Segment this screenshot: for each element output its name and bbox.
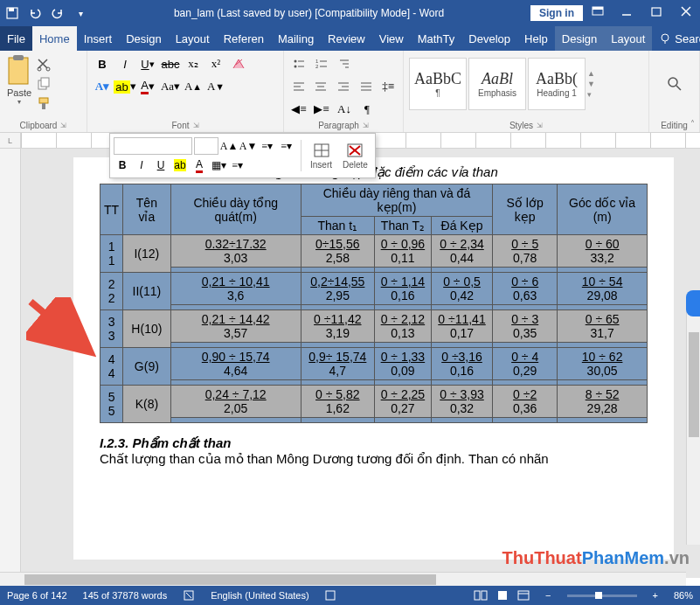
tab-view[interactable]: View <box>372 26 411 51</box>
copy-icon[interactable] <box>37 77 51 91</box>
find-icon[interactable] <box>666 75 683 93</box>
tellme-search[interactable]: Search <box>652 26 700 51</box>
clipboard-launcher-icon[interactable]: ⇲ <box>60 122 66 129</box>
status-words[interactable]: 145 of 37878 words <box>83 590 168 601</box>
bold-button[interactable]: B <box>93 54 112 73</box>
styles-more-icon[interactable]: ▾ <box>587 90 600 99</box>
font-launcher-icon[interactable]: ⇲ <box>193 122 199 129</box>
align-right-button[interactable] <box>334 77 353 96</box>
mini-insert-button[interactable]: Insert <box>307 143 336 170</box>
show-marks-button[interactable]: ¶ <box>357 100 377 119</box>
svg-rect-17 <box>39 98 48 103</box>
tab-review[interactable]: Review <box>321 26 372 51</box>
style-emphasis[interactable]: AaBlEmphasis <box>468 58 526 110</box>
styles-up-icon[interactable]: ▲ <box>587 69 600 78</box>
zoom-slider[interactable] <box>567 595 637 597</box>
tab-table-layout[interactable]: Layout <box>604 26 652 51</box>
superscript-button[interactable]: x² <box>206 54 225 73</box>
redo-icon[interactable] <box>51 6 65 20</box>
align-left-button[interactable] <box>289 77 308 96</box>
tab-layout[interactable]: Layout <box>169 26 217 51</box>
mini-align-icon[interactable]: ≡▾ <box>229 156 246 174</box>
zoom-level[interactable]: 86% <box>674 590 693 601</box>
align-center-button[interactable] <box>312 77 331 96</box>
side-tab-icon[interactable] <box>686 290 700 316</box>
mini-underline[interactable]: U <box>152 156 170 174</box>
font-color-button[interactable]: A▾ <box>138 77 157 96</box>
zoom-in-icon[interactable]: + <box>653 590 658 601</box>
tab-insert[interactable]: Insert <box>77 26 120 51</box>
tab-developer[interactable]: Develop <box>461 26 517 51</box>
minimize-icon[interactable] <box>621 6 635 20</box>
mini-delete-button[interactable]: Delete <box>339 143 371 170</box>
styles-down-icon[interactable]: ▼ <box>587 80 600 88</box>
mini-grow-font[interactable]: A▲ <box>220 137 238 155</box>
tab-file[interactable]: File <box>0 26 32 51</box>
underline-button[interactable]: U▾ <box>138 54 157 73</box>
undo-icon[interactable] <box>28 6 42 20</box>
data-table[interactable]: TT Tên vỉa Chiều dày tổng quát(m) Chiều … <box>100 184 648 423</box>
tab-help[interactable]: Help <box>517 26 555 51</box>
mini-highlight[interactable]: ab <box>171 156 189 174</box>
justify-button[interactable] <box>357 77 376 96</box>
numbering-button[interactable]: 12 <box>312 54 331 73</box>
sort-button[interactable]: A↓ <box>335 100 354 119</box>
mini-borders-icon[interactable]: ▦▾ <box>210 156 227 174</box>
tab-mailings[interactable]: Mailing <box>271 26 321 51</box>
shrink-font-button[interactable]: A▼ <box>206 77 225 96</box>
tab-table-design[interactable]: Design <box>555 26 604 51</box>
styles-launcher-icon[interactable]: ⇲ <box>537 122 543 129</box>
format-painter-icon[interactable] <box>37 96 51 110</box>
change-case-button[interactable]: Aa▾ <box>161 77 180 96</box>
vertical-scrollbar[interactable] <box>686 297 700 545</box>
grow-font-button[interactable]: A▲ <box>184 77 203 96</box>
style-normal[interactable]: AaBbC¶ <box>409 58 467 110</box>
italic-button[interactable]: I <box>115 54 135 73</box>
strikethrough-button[interactable]: abc <box>161 54 180 73</box>
paste-button[interactable]: Paste ▾ <box>5 54 33 114</box>
increase-indent-button[interactable]: ▶≡ <box>312 100 331 119</box>
bullets-button[interactable] <box>289 54 308 73</box>
highlight-button[interactable]: ab▾ <box>115 77 135 96</box>
view-print-icon[interactable] <box>496 590 509 601</box>
mini-font-color[interactable]: A <box>191 156 208 174</box>
collapse-ribbon-icon[interactable]: ˄ <box>690 119 695 129</box>
tab-mathtype[interactable]: MathTy <box>411 26 462 51</box>
paragraph-launcher-icon[interactable]: ⇲ <box>363 122 369 129</box>
close-icon[interactable] <box>681 6 695 20</box>
ribbon-options-icon[interactable] <box>592 6 606 20</box>
save-icon[interactable] <box>5 6 19 20</box>
mini-font-size[interactable] <box>194 137 218 155</box>
text-effects-button[interactable]: A▾ <box>93 77 112 96</box>
tab-home[interactable]: Home <box>32 26 77 51</box>
line-spacing-button[interactable]: ‡≡ <box>378 77 398 96</box>
tab-references[interactable]: Referen <box>217 26 271 51</box>
mini-shrink-font[interactable]: A▼ <box>239 137 257 155</box>
svg-rect-56 <box>482 591 487 600</box>
status-language[interactable]: English (United States) <box>211 590 309 601</box>
maximize-icon[interactable] <box>651 6 665 20</box>
mini-italic[interactable]: I <box>133 156 150 174</box>
multilevel-button[interactable] <box>335 54 354 73</box>
status-page[interactable]: Page 6 of 142 <box>7 590 67 601</box>
view-read-icon[interactable] <box>474 590 488 601</box>
zoom-out-icon[interactable]: − <box>545 590 551 601</box>
tab-design[interactable]: Design <box>119 26 168 51</box>
vertical-ruler[interactable] <box>0 149 21 578</box>
clear-format-button[interactable] <box>229 54 248 73</box>
style-heading1[interactable]: AaBb(Heading 1 <box>528 58 586 110</box>
status-macro-icon[interactable] <box>325 590 336 601</box>
mini-bullets-icon[interactable]: ≡▾ <box>259 137 276 155</box>
subscript-button[interactable]: x₂ <box>184 54 203 73</box>
decrease-indent-button[interactable]: ◀≡ <box>289 100 308 119</box>
horizontal-scrollbar[interactable] <box>0 572 686 586</box>
signin-button[interactable]: Sign in <box>530 5 583 21</box>
view-web-icon[interactable] <box>517 590 530 601</box>
qat-dropdown-icon[interactable]: ▾ <box>73 6 87 20</box>
cut-icon[interactable] <box>37 58 51 72</box>
status-spellcheck-icon[interactable] <box>183 589 195 602</box>
mini-font-name[interactable] <box>114 137 192 155</box>
tab-selector[interactable]: L <box>0 133 21 148</box>
mini-numbering-icon[interactable]: ≡▾ <box>278 137 295 155</box>
mini-bold[interactable]: B <box>114 156 131 174</box>
